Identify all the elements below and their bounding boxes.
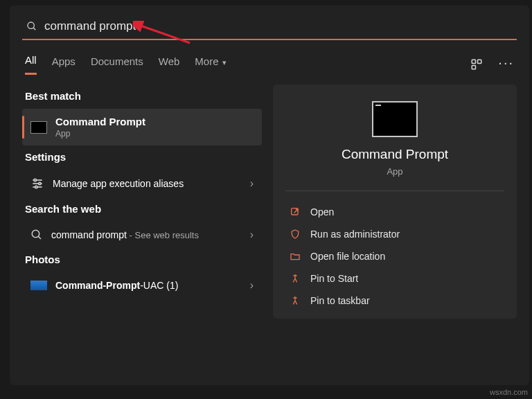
search-row <box>22 18 517 40</box>
result-label: Manage app execution aliases <box>53 178 250 189</box>
action-label: Pin to Start <box>310 273 358 284</box>
result-label: Command-Prompt-UAC (1) <box>55 280 250 291</box>
watermark: wsxdn.com <box>490 388 528 396</box>
search-input[interactable] <box>44 19 517 33</box>
tabs-row: All Apps Documents Web More ▾ ··· <box>22 50 517 75</box>
chevron-right-icon: › <box>250 229 254 241</box>
result-subtitle: App <box>55 129 145 139</box>
sliders-icon <box>30 177 44 190</box>
apps-grid-icon[interactable] <box>470 58 483 71</box>
svg-rect-4 <box>478 60 481 63</box>
preview-pane: Command Prompt App Open Run as administr… <box>273 85 517 319</box>
svg-point-11 <box>35 186 37 188</box>
action-pin-start[interactable]: Pin to Start <box>285 267 504 290</box>
result-title: Command Prompt <box>55 116 145 127</box>
chevron-right-icon: › <box>250 177 254 190</box>
preview-title: Command Prompt <box>285 147 504 162</box>
action-label: Open <box>310 206 334 218</box>
chevron-down-icon: ▾ <box>220 58 227 66</box>
svg-rect-3 <box>472 60 476 63</box>
svg-rect-5 <box>472 66 476 69</box>
section-settings: Settings <box>25 151 262 163</box>
cmd-icon <box>30 121 47 134</box>
svg-line-1 <box>33 28 35 30</box>
result-command-prompt[interactable]: Command Prompt App <box>22 109 262 145</box>
divider <box>285 190 504 191</box>
tab-all[interactable]: All <box>25 54 37 75</box>
section-search-web: Search the web <box>25 203 262 215</box>
tab-apps[interactable]: Apps <box>52 55 76 74</box>
svg-point-9 <box>34 179 36 181</box>
action-label: Open file location <box>310 251 385 262</box>
search-icon <box>30 229 43 241</box>
result-web-search[interactable]: command prompt - See web results › <box>22 222 262 248</box>
action-open[interactable]: Open <box>285 201 504 223</box>
chevron-right-icon: › <box>250 279 254 292</box>
action-label: Run as administrator <box>310 229 400 240</box>
shield-icon <box>290 229 301 240</box>
action-open-location[interactable]: Open file location <box>285 245 504 267</box>
action-pin-taskbar[interactable]: Pin to taskbar <box>285 290 504 312</box>
tab-more[interactable]: More ▾ <box>195 55 226 74</box>
start-search-panel: All Apps Documents Web More ▾ ··· Best m… <box>10 6 529 385</box>
folder-icon <box>290 251 301 262</box>
section-photos: Photos <box>25 254 262 265</box>
pin-icon <box>290 295 301 306</box>
action-label: Pin to taskbar <box>310 295 370 306</box>
svg-point-0 <box>28 22 34 28</box>
open-icon <box>290 206 301 218</box>
search-icon <box>26 21 37 32</box>
section-best-match: Best match <box>25 90 262 102</box>
overflow-menu-icon[interactable]: ··· <box>498 55 514 75</box>
result-manage-aliases[interactable]: Manage app execution aliases › <box>22 170 262 197</box>
action-run-admin[interactable]: Run as administrator <box>285 223 504 245</box>
results-column: Best match Command Prompt App Settings M… <box>22 85 262 319</box>
tab-documents[interactable]: Documents <box>91 55 143 74</box>
preview-app-icon <box>372 101 418 137</box>
pin-icon <box>290 273 301 284</box>
svg-point-10 <box>39 182 41 184</box>
photo-thumbnail <box>30 281 47 290</box>
svg-line-13 <box>38 236 41 239</box>
result-label: command prompt - See web results <box>51 229 250 240</box>
tab-web[interactable]: Web <box>159 55 180 74</box>
svg-point-12 <box>32 230 39 238</box>
preview-subtitle: App <box>285 166 504 177</box>
result-photo[interactable]: Command-Prompt-UAC (1) › <box>22 272 262 299</box>
